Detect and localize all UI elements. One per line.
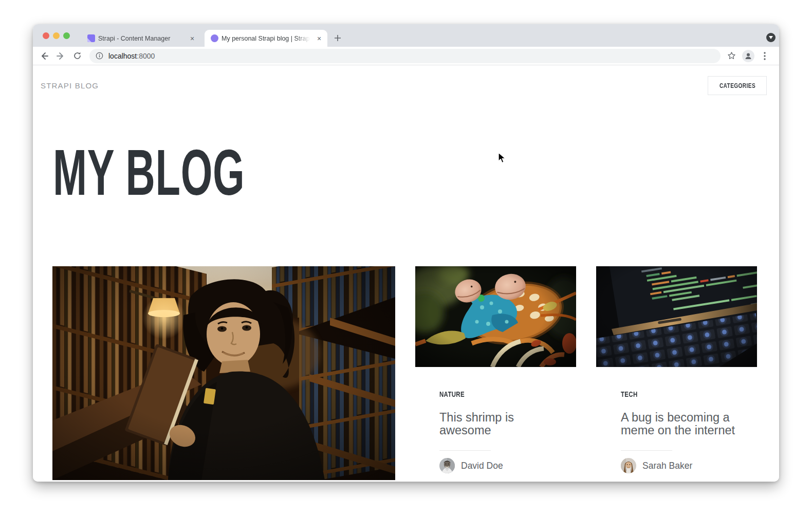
article-author: Sarah Baker xyxy=(621,458,692,473)
tab-title: Strapi - Content Manager xyxy=(98,35,185,42)
person-icon xyxy=(744,52,752,60)
article-category: NATURE xyxy=(439,390,470,398)
three-dots-icon xyxy=(764,52,766,60)
man-in-library-photo xyxy=(52,266,395,480)
browser-window: Strapi - Content Manager × My personal S… xyxy=(33,24,779,482)
plus-icon xyxy=(334,34,341,42)
browser-toolbar: localhost:8000 xyxy=(33,47,779,65)
article-title[interactable]: A bug is becoming a meme on the internet xyxy=(621,411,744,437)
back-button[interactable] xyxy=(36,48,52,64)
url-host: localhost xyxy=(108,52,137,60)
star-icon xyxy=(727,51,736,60)
purple-circle-icon xyxy=(211,34,218,42)
site-info-icon[interactable] xyxy=(96,52,103,60)
article-image-laptop[interactable] xyxy=(596,266,757,367)
chevron-down-icon xyxy=(769,36,773,39)
address-bar[interactable]: localhost:8000 xyxy=(89,49,721,63)
article-title[interactable]: This shrimp is awesome xyxy=(439,411,563,437)
tab-title: My personal Strapi blog | Strap xyxy=(222,35,312,42)
desktop: Strapi - Content Manager × My personal S… xyxy=(0,0,812,514)
site-brand-link[interactable]: STRAPI BLOG xyxy=(41,81,99,90)
article-image-man-in-library[interactable] xyxy=(52,266,395,480)
author-name: David Doe xyxy=(461,461,503,471)
close-icon[interactable]: × xyxy=(188,34,196,43)
forward-button[interactable] xyxy=(52,48,69,64)
page-title: MY BLOG xyxy=(53,148,245,197)
new-tab-button[interactable] xyxy=(332,32,343,44)
divider xyxy=(621,450,672,451)
tab-strip: Strapi - Content Manager × My personal S… xyxy=(33,24,779,47)
browser-menu-button[interactable] xyxy=(760,48,770,64)
back-arrow-icon xyxy=(40,51,49,61)
article-category-label: TECH xyxy=(621,390,638,398)
forward-arrow-icon xyxy=(56,51,65,61)
david-doe-avatar-photo xyxy=(439,458,455,473)
tab-search-button[interactable] xyxy=(766,33,776,42)
minimize-window-button[interactable] xyxy=(53,32,60,39)
traffic-lights xyxy=(43,32,70,39)
tab-strapi-content-manager[interactable]: Strapi - Content Manager × xyxy=(81,30,200,47)
zoom-window-button[interactable] xyxy=(63,32,70,39)
article-author: David Doe xyxy=(439,458,503,473)
strapi-logo-icon xyxy=(87,34,95,42)
close-window-button[interactable] xyxy=(43,32,49,39)
mantis-shrimp-photo xyxy=(415,266,576,367)
divider xyxy=(439,450,491,451)
profile-button[interactable] xyxy=(742,50,754,62)
tab-my-personal-strapi-blog[interactable]: My personal Strapi blog | Strap × xyxy=(205,30,327,47)
sarah-baker-avatar-photo xyxy=(621,458,636,473)
article-category: TECH xyxy=(621,390,641,398)
categories-button[interactable]: CATEGORIES xyxy=(708,76,767,95)
laptop-code-photo xyxy=(596,266,757,367)
reload-icon xyxy=(73,51,82,60)
avatar xyxy=(439,458,455,473)
url-port: :8000 xyxy=(137,52,155,60)
author-name: Sarah Baker xyxy=(642,461,692,471)
avatar xyxy=(621,458,636,473)
categories-button-label: CATEGORIES xyxy=(719,82,755,89)
article-image-shrimp[interactable] xyxy=(415,266,576,367)
bookmark-button[interactable] xyxy=(726,48,737,64)
reload-button[interactable] xyxy=(69,48,85,64)
toolbar-right xyxy=(726,48,770,64)
url-text: localhost:8000 xyxy=(108,52,155,60)
close-icon[interactable]: × xyxy=(315,34,323,43)
article-category-label: NATURE xyxy=(439,390,465,398)
blog-page: STRAPI BLOG CATEGORIES MY BLOG xyxy=(33,66,779,482)
